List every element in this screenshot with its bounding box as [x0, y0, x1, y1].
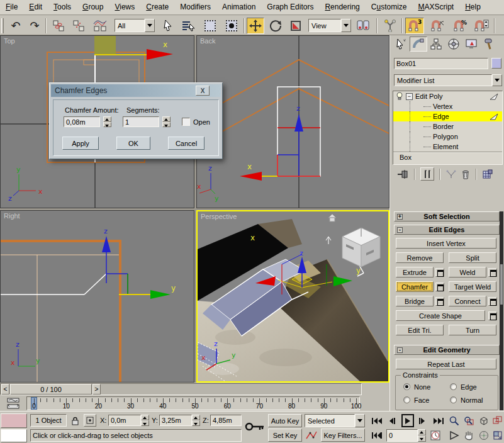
- y-coordinate-spinner[interactable]: [192, 415, 200, 426]
- stack-item-edge[interactable]: Edge: [393, 111, 502, 121]
- viewport-back[interactable]: Back z x z x y: [196, 35, 389, 208]
- dialog-close-button[interactable]: X: [196, 86, 210, 96]
- absolute-offset-toggle-icon[interactable]: [84, 414, 96, 427]
- key-filters-button[interactable]: Key Filters...: [321, 429, 365, 442]
- zoom-extents-icon[interactable]: [478, 414, 490, 427]
- chevron-down-icon[interactable]: [145, 19, 155, 32]
- time-configuration-icon[interactable]: [428, 429, 442, 442]
- current-frame-spinner[interactable]: [418, 429, 426, 442]
- zoom-icon[interactable]: [448, 414, 461, 427]
- toolbar-grip[interactable]: [1, 18, 4, 33]
- select-and-scale-icon[interactable]: [287, 18, 305, 34]
- panel-scrollbar-thumb[interactable]: [500, 264, 503, 305]
- angle-snap-toggle-icon[interactable]: [428, 18, 447, 34]
- macro-recorder-box[interactable]: [1, 413, 27, 428]
- collapse-box-icon[interactable]: −: [406, 93, 413, 100]
- weld-settings-icon[interactable]: [488, 268, 497, 277]
- constraint-normal-radio[interactable]: [450, 396, 457, 403]
- rollout-collapse-icon[interactable]: -: [397, 227, 403, 233]
- chamfer-button[interactable]: Chamfer: [396, 281, 434, 292]
- segments-field[interactable]: 1: [123, 116, 159, 127]
- menu-item-file[interactable]: File: [0, 0, 23, 13]
- modifier-list-combo[interactable]: Modifier List: [394, 74, 502, 86]
- redo-button[interactable]: ↷: [26, 18, 43, 34]
- tab-display[interactable]: [462, 36, 480, 52]
- extrude-settings-icon[interactable]: [435, 268, 444, 277]
- menu-item-rendering[interactable]: Rendering: [319, 0, 365, 13]
- menu-item-create[interactable]: Create: [140, 0, 174, 13]
- select-object-icon[interactable]: [160, 18, 176, 34]
- select-and-manipulate-icon[interactable]: [381, 18, 399, 34]
- chamfer-amount-spinner[interactable]: [103, 116, 111, 127]
- unlink-selection-icon[interactable]: [70, 18, 87, 34]
- object-name-field[interactable]: Box01: [394, 58, 488, 69]
- maximize-viewport-toggle-icon[interactable]: [491, 429, 504, 442]
- cancel-button[interactable]: Cancel: [168, 137, 204, 150]
- stack-item-border[interactable]: Border: [393, 121, 502, 132]
- time-slider-prev-button[interactable]: <: [1, 384, 9, 395]
- set-key-button[interactable]: Set Key: [268, 429, 302, 442]
- insert-vertex-button[interactable]: Insert Vertex: [396, 238, 496, 249]
- keyboard-shortcut-key-icon[interactable]: [244, 419, 266, 434]
- tab-modify[interactable]: [410, 36, 427, 52]
- ok-button[interactable]: OK: [116, 137, 150, 150]
- z-coordinate-field[interactable]: 4,85m: [210, 415, 242, 426]
- stack-item-element[interactable]: Element: [393, 142, 502, 152]
- menu-item-help[interactable]: Help: [459, 0, 486, 13]
- viewport-perspective[interactable]: Perspective: [196, 210, 389, 383]
- track-bar-ruler[interactable]: 0102030405060708090100: [26, 396, 360, 410]
- go-to-end-icon[interactable]: [432, 415, 445, 427]
- active-modifier-arrow-icon[interactable]: [490, 93, 498, 100]
- connect-settings-icon[interactable]: [488, 297, 497, 306]
- key-mode-toggle-icon[interactable]: [370, 429, 384, 442]
- current-frame-field[interactable]: 0: [386, 429, 418, 442]
- connect-button[interactable]: Connect: [449, 296, 486, 306]
- edit-tri-button[interactable]: Edit Tri.: [396, 325, 444, 335]
- weld-button[interactable]: Weld: [449, 267, 486, 278]
- next-frame-icon[interactable]: [416, 415, 430, 427]
- panel-scrollbar[interactable]: [500, 211, 503, 410]
- bridge-settings-icon[interactable]: [435, 297, 444, 306]
- create-shape-settings-icon[interactable]: [488, 311, 497, 320]
- create-shape-button[interactable]: Create Shape: [396, 310, 485, 321]
- select-and-link-icon[interactable]: [50, 18, 67, 34]
- chevron-down-icon[interactable]: [355, 414, 365, 427]
- mini-listener-box[interactable]: [1, 429, 27, 442]
- stack-item-polygon[interactable]: Polygon: [393, 132, 502, 142]
- constraint-none-radio[interactable]: [403, 383, 410, 390]
- open-checkbox[interactable]: [182, 118, 190, 126]
- selection-filter-combo[interactable]: All: [115, 19, 155, 32]
- percent-snap-toggle-icon[interactable]: %: [451, 18, 469, 34]
- menu-item-tools[interactable]: Tools: [48, 0, 77, 13]
- viewport-right[interactable]: Right z y z x y: [0, 210, 194, 383]
- rectangular-selection-region-icon[interactable]: [201, 18, 219, 34]
- play-animation-button[interactable]: [401, 414, 414, 427]
- chamfer-amount-field[interactable]: 0,08m: [64, 116, 100, 127]
- window-crossing-toggle-icon[interactable]: [223, 18, 240, 34]
- pin-stack-icon[interactable]: [395, 169, 410, 180]
- x-coordinate-field[interactable]: 0,0m: [108, 415, 141, 426]
- time-slider-next-button[interactable]: >: [92, 384, 101, 395]
- rollout-expand-icon[interactable]: +: [397, 214, 403, 220]
- previous-frame-icon[interactable]: [386, 415, 400, 427]
- repeat-last-button[interactable]: Repeat Last: [396, 359, 496, 369]
- menu-item-animation[interactable]: Animation: [216, 0, 261, 13]
- zoom-extents-all-icon[interactable]: [491, 414, 504, 427]
- constraint-face-radio[interactable]: [403, 396, 410, 403]
- menu-item-graph-editors[interactable]: Graph Editors: [261, 0, 319, 13]
- key-selection-combo[interactable]: Selected: [305, 414, 365, 427]
- menu-item-customize[interactable]: Customize: [366, 0, 413, 13]
- extrude-button[interactable]: Extrude: [396, 267, 434, 278]
- split-button[interactable]: Split: [449, 252, 496, 263]
- apply-button[interactable]: Apply: [62, 137, 99, 150]
- stack-item-vertex[interactable]: Vertex: [393, 101, 502, 111]
- use-pivot-point-icon[interactable]: [354, 18, 372, 34]
- constraint-edge-radio[interactable]: [450, 383, 457, 390]
- remove-button[interactable]: Remove: [396, 252, 444, 263]
- arc-rotate-icon[interactable]: [478, 429, 490, 442]
- chevron-down-icon[interactable]: [492, 74, 502, 86]
- chevron-down-icon[interactable]: [341, 19, 351, 32]
- y-coordinate-field[interactable]: 3,25m: [159, 415, 192, 426]
- chamfer-settings-icon[interactable]: [435, 283, 444, 291]
- menu-item-maxscript[interactable]: MAXScript: [413, 0, 460, 13]
